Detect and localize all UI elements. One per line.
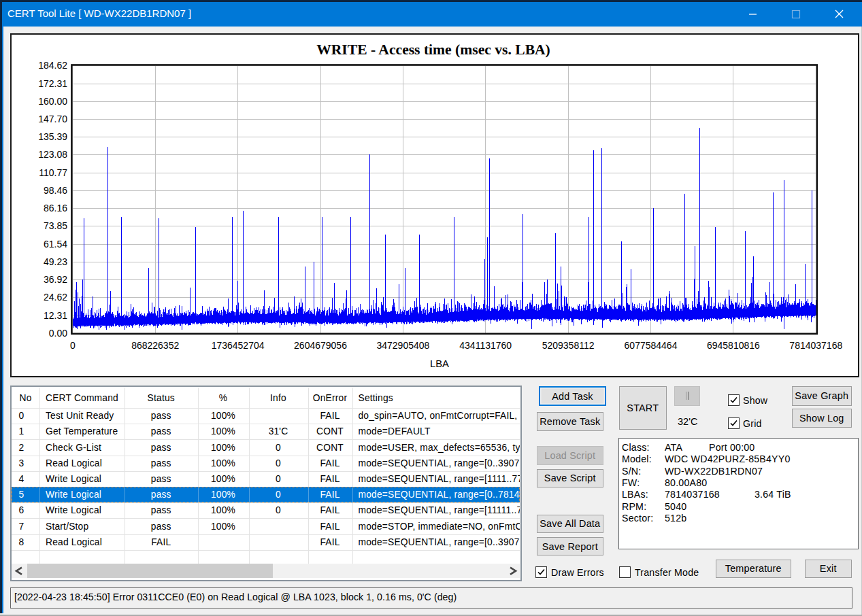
svg-text:0: 0 <box>70 340 76 351</box>
svg-text:12.31: 12.31 <box>44 310 67 321</box>
svg-text:86.16: 86.16 <box>44 203 67 213</box>
svg-text:147.70: 147.70 <box>38 114 67 124</box>
svg-text:5209358112: 5209358112 <box>542 340 595 351</box>
svg-text:868226352: 868226352 <box>131 340 179 351</box>
svg-text:LBA: LBA <box>430 358 449 369</box>
svg-text:WRITE - Access time (msec vs.: WRITE - Access time (msec vs. LBA) <box>316 41 550 58</box>
svg-text:4341131760: 4341131760 <box>459 340 512 351</box>
svg-text:123.08: 123.08 <box>38 149 67 160</box>
svg-text:172.31: 172.31 <box>38 78 67 89</box>
svg-text:49.23: 49.23 <box>44 256 67 267</box>
svg-text:110.77: 110.77 <box>39 167 67 178</box>
svg-text:6077584464: 6077584464 <box>625 340 678 351</box>
svg-text:135.39: 135.39 <box>38 131 67 142</box>
svg-text:2604679056: 2604679056 <box>294 340 347 351</box>
svg-text:98.46: 98.46 <box>44 185 67 196</box>
svg-text:61.54: 61.54 <box>44 239 67 250</box>
svg-text:24.62: 24.62 <box>44 292 67 303</box>
svg-text:73.85: 73.85 <box>44 220 67 231</box>
svg-text:0.00: 0.00 <box>49 328 67 339</box>
svg-text:184.62: 184.62 <box>38 60 67 71</box>
svg-text:7814037168: 7814037168 <box>789 340 842 351</box>
svg-text:3472905408: 3472905408 <box>376 340 429 351</box>
svg-text:160.00: 160.00 <box>38 96 67 107</box>
svg-text:6945810816: 6945810816 <box>707 340 760 351</box>
svg-text:1736452704: 1736452704 <box>212 340 265 351</box>
svg-text:36.92: 36.92 <box>44 274 67 285</box>
